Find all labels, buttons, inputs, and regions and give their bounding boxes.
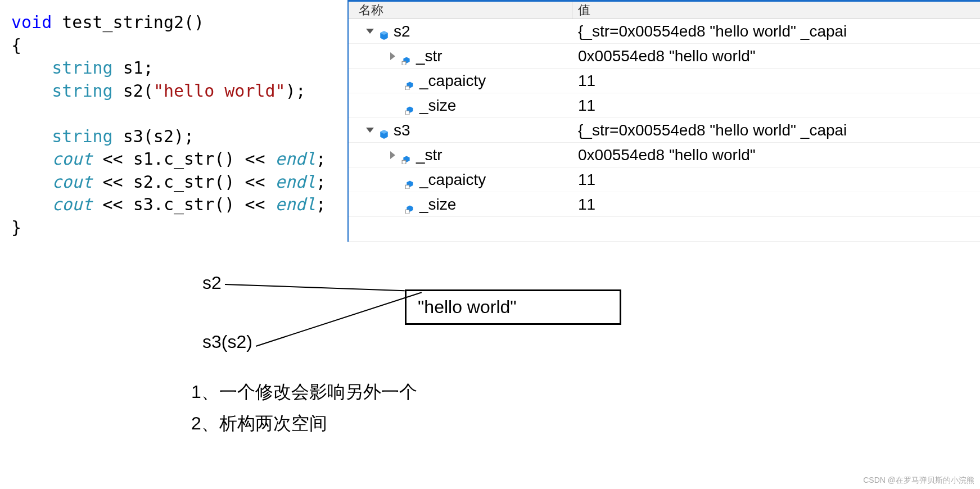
expander-icon[interactable] bbox=[365, 27, 374, 36]
object-icon bbox=[379, 125, 389, 135]
watch-row-capacity[interactable]: _capaicty 11 bbox=[349, 167, 980, 192]
code-line: string s3(s2); bbox=[11, 125, 347, 148]
note-1: 1、一个修改会影响另外一个 bbox=[191, 377, 417, 407]
watch-row-size[interactable]: _size 11 bbox=[349, 93, 980, 118]
watch-row-s2[interactable]: s2 {_str=0x00554ed8 "hello world" _capai bbox=[349, 19, 980, 44]
watch-var-name: _str bbox=[416, 47, 442, 65]
field-icon bbox=[401, 150, 412, 160]
watch-header: 名称 值 bbox=[349, 2, 980, 19]
watch-body: s2 {_str=0x00554ed8 "hello world" _capai… bbox=[349, 19, 980, 242]
field-icon bbox=[405, 175, 415, 185]
svg-rect-5 bbox=[405, 210, 409, 214]
watch-var-name: _capaicty bbox=[419, 171, 486, 189]
watch-var-name: _capaicty bbox=[419, 72, 486, 90]
watch-var-value: 11 bbox=[572, 196, 980, 214]
code-editor: void test_string2() { string s1; string … bbox=[0, 0, 349, 242]
svg-rect-0 bbox=[402, 61, 406, 65]
field-icon bbox=[405, 101, 415, 111]
field-icon bbox=[405, 76, 415, 86]
watch-var-value: 0x00554ed8 "hello world" bbox=[572, 146, 980, 164]
code-line bbox=[11, 102, 347, 125]
watch-var-name: _str bbox=[416, 146, 442, 164]
watch-row-size[interactable]: _size 11 bbox=[349, 192, 980, 217]
code-line: cout << s3.c_str() << endl; bbox=[11, 193, 347, 216]
code-line: cout << s2.c_str() << endl; bbox=[11, 171, 347, 194]
watch-var-value: {_str=0x00554ed8 "hello world" _capai bbox=[572, 121, 980, 139]
expander-icon[interactable] bbox=[365, 126, 374, 135]
diagram-box: "hello world" bbox=[405, 289, 621, 325]
code-line: string s2("hello world"); bbox=[11, 80, 347, 103]
watch-var-name: s3 bbox=[394, 121, 410, 139]
code-line: { bbox=[11, 34, 347, 57]
diagram-line bbox=[256, 292, 422, 346]
diagram: s2 s3(s2) "hello world" bbox=[0, 259, 980, 427]
watch-var-name: _size bbox=[419, 196, 456, 214]
watch-var-value: 0x00554ed8 "hello world" bbox=[572, 47, 980, 65]
diagram-label-s2: s2 bbox=[202, 273, 222, 293]
diagram-line bbox=[225, 284, 405, 291]
watch-row-str[interactable]: _str 0x00554ed8 "hello world" bbox=[349, 44, 980, 69]
watch-var-value: 11 bbox=[572, 97, 980, 115]
field-icon bbox=[405, 200, 415, 210]
expander-icon[interactable] bbox=[388, 151, 397, 160]
code-line: cout << s1.c_str() << endl; bbox=[11, 148, 347, 171]
watch-var-name: _size bbox=[419, 97, 456, 115]
watch-var-name: s2 bbox=[394, 22, 410, 40]
watch-var-value: 11 bbox=[572, 171, 980, 189]
svg-rect-4 bbox=[405, 185, 409, 189]
svg-rect-2 bbox=[405, 111, 409, 115]
watch-header-value[interactable]: 值 bbox=[572, 2, 980, 19]
watch-row-capacity[interactable]: _capaicty 11 bbox=[349, 69, 980, 93]
notes: 1、一个修改会影响另外一个 2、析构两次空间 bbox=[191, 377, 417, 440]
watch-row-s3[interactable]: s3 {_str=0x00554ed8 "hello world" _capai bbox=[349, 118, 980, 143]
expander-icon[interactable] bbox=[388, 52, 397, 61]
top-area: void test_string2() { string s1; string … bbox=[0, 0, 980, 242]
watermark: CSDN @在罗马弹贝斯的小浣熊 bbox=[863, 476, 974, 486]
svg-rect-3 bbox=[402, 160, 406, 164]
diagram-label-s3: s3(s2) bbox=[202, 332, 252, 352]
watch-row-str[interactable]: _str 0x00554ed8 "hello world" bbox=[349, 143, 980, 167]
code-line: void test_string2() bbox=[11, 11, 347, 34]
code-line: } bbox=[11, 216, 347, 239]
watch-panel: 名称 值 s2 {_str=0x00554ed8 "hello world" _… bbox=[349, 0, 980, 242]
watch-row-empty bbox=[349, 217, 980, 242]
watch-var-value: {_str=0x00554ed8 "hello world" _capai bbox=[572, 22, 980, 40]
watch-var-value: 11 bbox=[572, 72, 980, 90]
object-icon bbox=[379, 26, 389, 37]
watch-header-name[interactable]: 名称 bbox=[349, 2, 572, 19]
field-icon bbox=[401, 51, 412, 61]
note-2: 2、析构两次空间 bbox=[191, 408, 417, 438]
code-line: string s1; bbox=[11, 57, 347, 80]
svg-rect-1 bbox=[405, 86, 409, 90]
